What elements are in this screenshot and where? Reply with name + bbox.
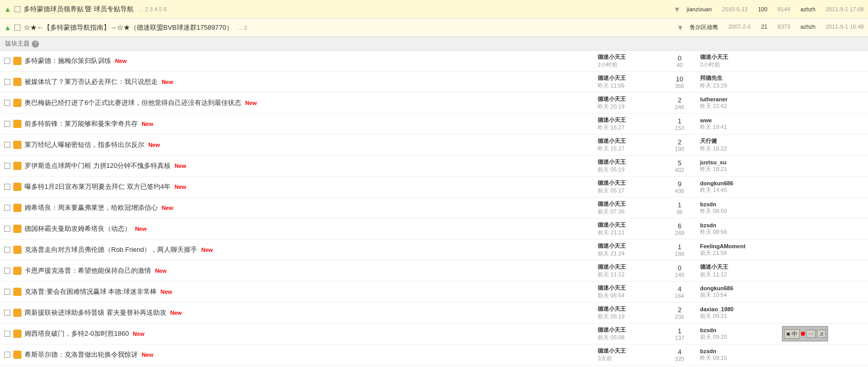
last-post-user[interactable]: 邦德先生 xyxy=(700,74,723,82)
reply-count: 9 xyxy=(678,180,681,188)
thread-link[interactable]: 罗伊斯造点球两中门框 力拼120分钟不愧多特真核 xyxy=(25,162,171,169)
folder-icon xyxy=(13,246,22,254)
author-name[interactable]: 德迷小天王 xyxy=(598,326,659,334)
author-name[interactable]: 德迷小天王 xyxy=(598,284,659,292)
thread-link[interactable]: 希斯菲尔德：克洛普做出轮换令我惊讶 xyxy=(25,351,138,358)
thread-link[interactable]: ☆★←【多特蒙德导航指南】→☆★（德迷联盟BVB球迷群17589770） xyxy=(24,24,233,31)
author-name[interactable]: 德迷小天王 xyxy=(598,347,659,355)
author-name[interactable]: 德迷小天王 xyxy=(598,74,659,82)
new-badge: New xyxy=(162,205,174,211)
checkbox[interactable] xyxy=(4,184,10,190)
folder-icon xyxy=(13,204,22,212)
author-info: 德迷小天王 2小时前 xyxy=(598,53,659,69)
last-post-user[interactable]: dongkun686 xyxy=(700,180,733,186)
thread-link[interactable]: 前多特前锋：莱万能够和曼朱孛奇共存 xyxy=(25,120,138,127)
author-info: 德迷小天王 前天 21:11 xyxy=(598,221,659,236)
author-info: 德迷小天王 前天 05:17 xyxy=(598,179,659,195)
checkbox[interactable] xyxy=(14,6,20,12)
checkbox[interactable] xyxy=(4,79,10,85)
checkbox[interactable] xyxy=(4,268,10,274)
thread-link[interactable]: 卡恩声援克洛普：希望他能保持自己的激情 xyxy=(25,267,151,274)
author-name[interactable]: 德迷小天王 xyxy=(598,116,659,124)
author-name[interactable]: 德迷小天王 xyxy=(598,137,659,145)
checkbox[interactable] xyxy=(4,352,10,358)
last-post-date: 前天 11:12 xyxy=(700,271,727,278)
thread-link[interactable]: 多特蒙德球员领养贴 暨 球员专贴导航 xyxy=(24,5,134,13)
last-post-user[interactable]: wwe xyxy=(700,117,712,123)
checkbox[interactable] xyxy=(4,163,10,169)
close-button[interactable]: ▼ xyxy=(673,5,681,13)
checkbox[interactable] xyxy=(4,310,10,316)
thread-link[interactable]: 多特蒙德：施梅尔策归队训练 xyxy=(25,57,111,64)
checkbox[interactable] xyxy=(4,100,10,106)
last-post-date: 前天 21:58 xyxy=(700,249,727,257)
thread-link[interactable]: 莱万经纪人曝秘密短信，指多特出尔反尔 xyxy=(25,141,144,148)
last-post-user[interactable]: 德迷小天王 xyxy=(700,53,728,61)
last-post-user[interactable]: bzsdn xyxy=(700,201,716,207)
close-button[interactable]: ▼ xyxy=(676,24,684,32)
thread-title: 多特蒙德：施梅尔策归队训练 New xyxy=(25,56,598,66)
last-post-user[interactable]: FeelingAMoment xyxy=(700,243,746,249)
last-post-user[interactable]: bzsdn xyxy=(700,348,716,354)
author-name[interactable]: 德迷小天王 xyxy=(598,95,659,103)
last-post-user[interactable]: 德迷小天王 xyxy=(700,263,728,271)
last-post-user[interactable]: justsu_su xyxy=(700,159,726,165)
last-post-user[interactable]: bzsdn xyxy=(700,222,716,228)
author-name[interactable]: 德迷小天王 xyxy=(598,53,659,61)
reply-view-counts: 10 366 xyxy=(659,74,700,90)
last-post-user[interactable]: dongkun686 xyxy=(700,285,733,291)
checkbox[interactable] xyxy=(4,331,10,337)
author-name[interactable]: 德迷小天王 xyxy=(598,305,659,313)
author-name[interactable]: 德迷小天王 xyxy=(598,242,659,250)
checkbox[interactable] xyxy=(4,142,10,148)
help-icon[interactable]: ? xyxy=(32,40,39,48)
thread-link[interactable]: 姆西塔良破门，多特2-0加时胜1860 xyxy=(25,330,129,337)
author-name[interactable]: 德迷小天王 xyxy=(598,200,659,208)
author-info: 德迷小天王 前天 21:24 xyxy=(598,242,659,257)
thread-link[interactable]: 被媒体坑了？莱万否认必去拜仁：我只说想走 xyxy=(25,78,158,85)
thread-link[interactable]: 曝多特1月2日宣布莱万明夏去拜仁 双方已签约4年 xyxy=(25,183,171,190)
author-info: 德迷小天王 3天前 xyxy=(598,347,659,362)
folder-icon xyxy=(13,99,22,107)
view-count: 137 xyxy=(675,335,684,341)
checkbox[interactable] xyxy=(4,58,10,64)
view-count: 96 xyxy=(676,209,683,215)
thread-title: 两新援联袂进球助多特晋级 霍夫曼替补再送助攻 New xyxy=(25,308,598,317)
systray-ime[interactable]: ■ 中 xyxy=(784,329,800,339)
thread-link[interactable]: 奥巴梅扬已经打进了6个正式比赛进球，但他觉得自己还没有达到最佳状态 xyxy=(25,99,241,106)
thread-row: 德国杯霸夫曼助攻姆希塔良（动态） New 德迷小天王 前天 21:11 6 26… xyxy=(0,219,868,240)
checkbox[interactable] xyxy=(4,289,10,295)
last-post-user[interactable]: daxiao_1980 xyxy=(700,306,733,312)
reply-view-counts: 1 153 xyxy=(659,116,700,132)
last-post-user[interactable]: lutheraner xyxy=(700,96,728,102)
systray-extra[interactable]: ··· xyxy=(806,330,816,338)
folder-icon xyxy=(13,288,22,296)
author-name[interactable]: 德迷小天王 xyxy=(598,221,659,229)
author-info: 德迷小天王 昨天 15:27 xyxy=(598,116,659,132)
reply-view-counts: 9 436 xyxy=(659,179,700,195)
author-name[interactable]: 德迷小天王 xyxy=(598,158,659,166)
checkbox[interactable] xyxy=(4,205,10,211)
checkbox[interactable] xyxy=(4,247,10,253)
checkbox[interactable] xyxy=(14,25,20,31)
reply-count: 0 xyxy=(678,54,681,62)
thread-title: 克洛普:要会在困难情况赢球 本德:球迷非常棒 New xyxy=(25,287,598,296)
last-post-user[interactable]: 天行健 xyxy=(700,137,717,145)
author-name[interactable]: 德迷小天王 xyxy=(598,263,659,271)
thread-link[interactable]: 两新援联袂进球助多特晋级 霍夫曼替补再送助攻 xyxy=(25,309,166,316)
thread-link[interactable]: 克洛普:要会在困难情况赢球 本德:球迷非常棒 xyxy=(25,288,157,295)
checkbox[interactable] xyxy=(4,226,10,232)
thread-link[interactable]: 姆希塔良：周末要赢弗莱堡，给欧冠增添信心 xyxy=(25,204,158,211)
thread-link[interactable]: 德国杯霸夫曼助攻姆希塔良（动态） xyxy=(25,225,131,232)
checkbox[interactable] xyxy=(4,121,10,127)
reply-count: 1 xyxy=(678,327,681,335)
systray-volume[interactable]: ♬ xyxy=(817,330,826,338)
last-post-info: 德迷小天王 前天 11:12 xyxy=(700,263,782,278)
folder-icon xyxy=(13,57,22,65)
last-post-user[interactable]: bzsdn xyxy=(700,327,716,333)
new-badge: New xyxy=(170,310,182,316)
thread-link[interactable]: 克洛普走向对方球员弗伦德（Rob Friend），两人聊天握手 xyxy=(25,246,197,253)
author-name[interactable]: 德迷小天王 xyxy=(598,179,659,187)
thread-meta: 鲁尔区雄鹰 2007-2-6 21 8373 azhzh 2011-9-1 16… xyxy=(690,24,864,31)
last-user: azhzh xyxy=(800,24,815,31)
